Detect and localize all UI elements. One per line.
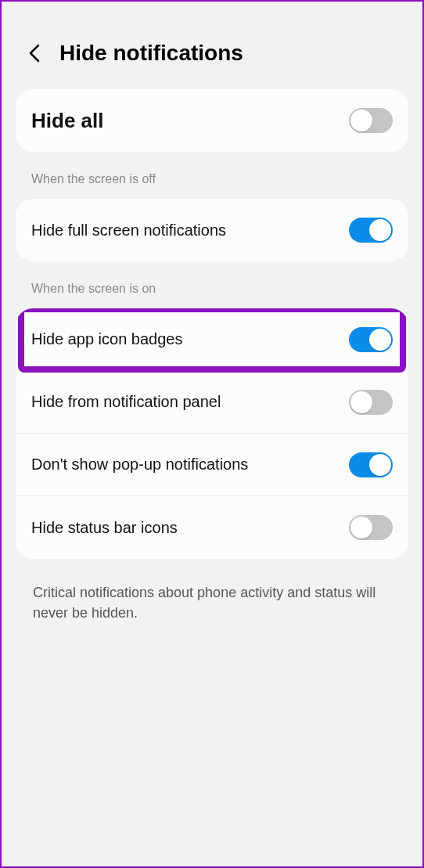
hide-status-bar-label: Hide status bar icons: [31, 519, 349, 537]
hide-status-bar-toggle[interactable]: [349, 515, 393, 540]
screen-on-card: Hide app icon badges Hide from notificat…: [16, 308, 408, 559]
screen-off-section-header: When the screen is off: [16, 152, 408, 199]
page-header: Hide notifications: [16, 2, 408, 89]
hide-notification-panel-label: Hide from notification panel: [31, 393, 349, 411]
hide-icon-badges-toggle[interactable]: [349, 327, 393, 352]
hide-status-bar-row[interactable]: Hide status bar icons: [16, 496, 408, 559]
hide-popup-row[interactable]: Don't show pop-up notifications: [16, 434, 408, 496]
hide-notification-panel-row[interactable]: Hide from notification panel: [16, 371, 408, 434]
hide-notification-panel-toggle[interactable]: [349, 390, 393, 415]
hide-full-screen-toggle[interactable]: [349, 218, 393, 243]
hide-icon-badges-label: Hide app icon badges: [31, 330, 349, 348]
screen-on-section-header: When the screen is on: [16, 261, 408, 308]
hide-popup-label: Don't show pop-up notifications: [31, 456, 349, 474]
hide-full-screen-label: Hide full screen notifications: [31, 222, 349, 240]
page-title: Hide notifications: [59, 41, 243, 66]
hide-full-screen-row[interactable]: Hide full screen notifications: [16, 199, 408, 261]
hide-all-toggle[interactable]: [349, 108, 393, 133]
hide-popup-toggle[interactable]: [349, 452, 393, 477]
back-icon[interactable]: [27, 45, 44, 62]
hide-all-card: Hide all: [16, 89, 408, 152]
hide-icon-badges-row[interactable]: Hide app icon badges: [16, 308, 408, 371]
hide-all-row[interactable]: Hide all: [16, 89, 408, 152]
footer-note: Critical notifications about phone activ…: [16, 559, 408, 646]
hide-all-label: Hide all: [31, 109, 349, 133]
screen-off-card: Hide full screen notifications: [16, 199, 408, 261]
